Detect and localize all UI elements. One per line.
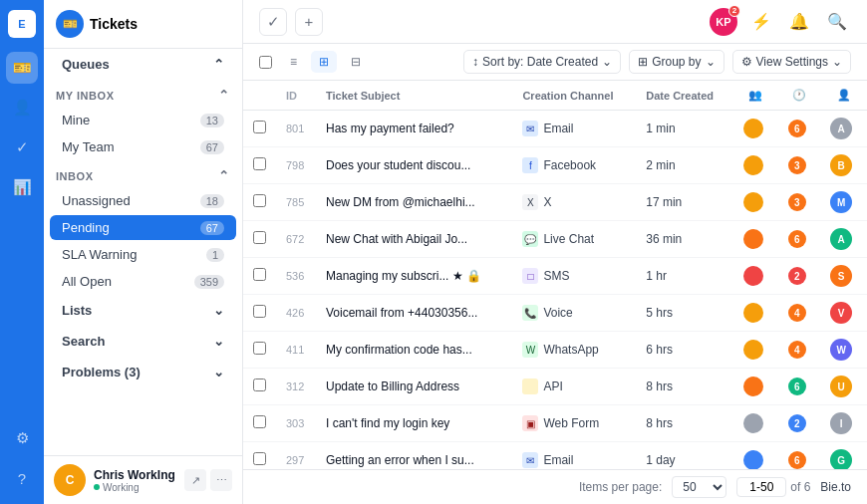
nav-icon-reports[interactable]: 📊 xyxy=(6,171,38,203)
status-dot xyxy=(94,484,100,490)
user-avatar-top[interactable]: KP 2 xyxy=(710,8,737,36)
ticket-avatar-5: V xyxy=(820,295,867,332)
table-row[interactable]: 312 Update to Billing Address API 8 hrs … xyxy=(243,369,867,405)
table-row[interactable]: 303 I can't find my login key ▣ Web Form… xyxy=(243,405,867,442)
sidebar-item-pending[interactable]: Pending 67 xyxy=(50,215,236,240)
inbox-chevron[interactable]: ⌃ xyxy=(218,168,230,183)
all-open-label: All Open xyxy=(62,274,112,289)
priority-dot-4 xyxy=(743,266,763,286)
checkbox-7[interactable] xyxy=(253,378,266,391)
avatar[interactable]: C xyxy=(54,464,86,496)
table-row[interactable]: 798 Does your student discou... f Facebo… xyxy=(243,147,867,184)
table-row[interactable]: 536 Managing my subscri... ★ 🔒 □ SMS 1 h… xyxy=(243,258,867,295)
th-time[interactable]: 🕐 xyxy=(778,81,820,111)
ticket-priority-1 xyxy=(733,147,778,184)
problems-label: Problems (3) xyxy=(62,365,141,379)
group-button[interactable]: ⊞ Group by ⌄ xyxy=(629,50,723,74)
my-inbox-chevron[interactable]: ⌃ xyxy=(218,88,230,103)
table-row[interactable]: 785 New DM from @michaelhi... X X 17 min… xyxy=(243,184,867,221)
table-row[interactable]: 801 Has my payment failed? ✉ Email 1 min… xyxy=(243,111,867,147)
app-logo[interactable]: E xyxy=(8,10,36,38)
priority-dot-9 xyxy=(743,450,763,469)
sidebar-problems[interactable]: Problems (3) ⌄ xyxy=(50,358,236,386)
ticket-date-1: 2 min xyxy=(636,147,733,184)
checkbox-2[interactable] xyxy=(253,194,266,207)
checkbox-1[interactable] xyxy=(253,157,266,170)
mine-count: 13 xyxy=(200,114,224,127)
ticket-avatar-2: M xyxy=(820,184,867,221)
sort-chevron: ⌄ xyxy=(602,55,612,69)
topbar-left: ✓ + xyxy=(259,8,323,36)
nav-icon-help[interactable]: ? xyxy=(6,462,38,494)
count-badge-8: 2 xyxy=(788,414,806,432)
ticket-date-2: 17 min xyxy=(636,184,733,221)
ticket-channel-5: 📞 Voice xyxy=(512,295,636,332)
all-open-count: 359 xyxy=(194,275,224,289)
split-view-btn[interactable]: ⊟ xyxy=(343,51,369,73)
sidebar: 🎫 Tickets Queues ⌃ MY INBOX ⌃ Mine 13 My… xyxy=(44,0,243,504)
bell-icon[interactable]: 🔔 xyxy=(785,8,813,36)
nav-icon-tasks[interactable]: ✓ xyxy=(6,131,38,163)
user-action-more[interactable]: ⋯ xyxy=(210,469,232,491)
checkbox-5[interactable] xyxy=(253,305,266,318)
th-subject[interactable]: Ticket Subject xyxy=(316,81,512,111)
checkbox-0[interactable] xyxy=(253,121,266,133)
priority-dot-0 xyxy=(743,119,763,138)
sidebar-search[interactable]: Search ⌄ xyxy=(50,327,236,356)
sidebar-item-sla[interactable]: SLA Warning 1 xyxy=(50,242,236,267)
th-channel[interactable]: Creation Channel xyxy=(512,81,636,111)
view-settings-button[interactable]: ⚙ View Settings ⌄ xyxy=(732,50,852,74)
ticket-count-1: 3 xyxy=(778,147,820,184)
th-id[interactable]: ID xyxy=(276,81,316,111)
th-date[interactable]: Date Created xyxy=(636,81,733,111)
pagination: of 6 xyxy=(736,477,810,497)
grid-view-btn[interactable]: ⊞ xyxy=(311,51,337,73)
table-row[interactable]: 297 Getting an error when I su... ✉ Emai… xyxy=(243,442,867,470)
ticket-subject-5: Voicemail from +44030356... xyxy=(316,295,512,332)
table-row[interactable]: 411 My confirmation code has... W WhatsA… xyxy=(243,332,867,369)
ticket-user-avatar-3: A xyxy=(830,228,852,250)
checkbox-6[interactable] xyxy=(253,342,266,355)
checkbox-4[interactable] xyxy=(253,268,266,281)
sidebar-item-mine[interactable]: Mine 13 xyxy=(50,108,236,132)
checkbox-3[interactable] xyxy=(253,231,266,244)
nav-icon-settings[interactable]: ⚙ xyxy=(6,422,38,454)
list-view-btn[interactable]: ≡ xyxy=(282,51,305,73)
user-action-share[interactable]: ↗ xyxy=(184,469,206,491)
checkbox-8[interactable] xyxy=(253,415,266,428)
nav-icon-tickets[interactable]: 🎫 xyxy=(6,52,38,84)
ticket-id-3: 672 xyxy=(276,221,316,258)
lightning-icon[interactable]: ⚡ xyxy=(747,8,775,36)
sort-label: Sort by: Date Created xyxy=(482,55,598,69)
ticket-count-2: 3 xyxy=(778,184,820,221)
channel-icon-9: ✉ xyxy=(522,452,538,468)
select-all-checkbox[interactable] xyxy=(259,56,272,69)
add-btn[interactable]: + xyxy=(295,8,323,36)
topbar-avatar-initials: KP xyxy=(716,16,730,28)
channel-label-6: WhatsApp xyxy=(543,343,598,357)
sidebar-item-unassigned[interactable]: Unassigned 18 xyxy=(50,188,236,213)
sidebar-item-my-team[interactable]: My Team 67 xyxy=(50,134,236,159)
user-actions: ↗ ⋯ xyxy=(184,469,232,491)
table-row[interactable]: 426 Voicemail from +44030356... 📞 Voice … xyxy=(243,295,867,332)
ticket-priority-7 xyxy=(733,369,778,405)
sidebar-item-all-open[interactable]: All Open 359 xyxy=(50,269,236,294)
th-assignees[interactable]: 👥 xyxy=(733,81,778,111)
back-btn[interactable]: ✓ xyxy=(259,8,287,36)
my-inbox-section: MY INBOX ⌃ xyxy=(44,80,242,107)
search-icon[interactable]: 🔍 xyxy=(823,8,851,36)
page-range-input[interactable] xyxy=(736,477,786,497)
sidebar-lists[interactable]: Lists ⌄ xyxy=(50,296,236,325)
checkbox-9[interactable] xyxy=(253,452,266,465)
problems-chevron: ⌄ xyxy=(213,365,224,379)
main-content: ✓ + KP 2 ⚡ 🔔 🔍 ≡ ⊞ ⊟ ↕ Sort by: Date Cre… xyxy=(243,0,867,504)
nav-icon-people[interactable]: 👤 xyxy=(6,92,38,124)
sidebar-queues-header[interactable]: Queues ⌃ xyxy=(50,50,236,79)
per-page-select[interactable]: 50 25 100 xyxy=(672,476,726,498)
table-footer: Items per page: 50 25 100 of 6 Bie.to xyxy=(243,469,867,504)
ticket-avatar-1: B xyxy=(820,147,867,184)
sort-button[interactable]: ↕ Sort by: Date Created ⌄ xyxy=(463,50,621,74)
table-row[interactable]: 672 New Chat with Abigail Jo... 💬 Live C… xyxy=(243,221,867,258)
th-requester[interactable]: 👤 xyxy=(820,81,867,111)
ticket-subject-6: My confirmation code has... xyxy=(316,332,512,369)
